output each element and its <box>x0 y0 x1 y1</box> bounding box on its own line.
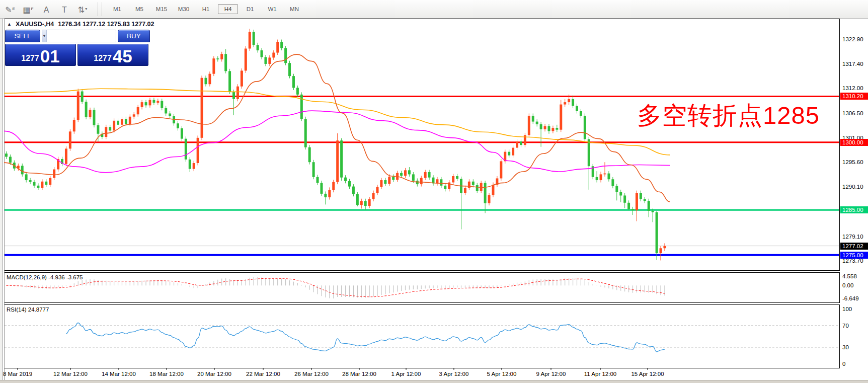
time-axis-label: 1 Apr 12:00 <box>391 371 421 377</box>
collapse-arrow-icon[interactable]: ▲ <box>7 22 12 27</box>
indicators-grid-icon[interactable]: ▦F <box>20 2 36 16</box>
time-axis-label: 5 Apr 12:00 <box>487 371 517 377</box>
price-level-badge: 1310.20 <box>840 93 868 100</box>
time-axis-label: 14 Mar 12:00 <box>102 371 136 377</box>
timeframe-h1-button[interactable]: H1 <box>196 4 216 14</box>
window-bottom-edge <box>0 380 868 383</box>
rsi-axis-tick: 100 <box>842 306 852 312</box>
macd-axis-tick: 4.558 <box>842 273 857 279</box>
macd-axis-tick: 0.00 <box>842 282 853 288</box>
time-axis-label: 15 Apr 12:00 <box>631 371 664 377</box>
chart-title: ▲ XAUUSD-,H4 1276.34 1277.12 1275.83 127… <box>7 21 154 28</box>
toolbar: ✎E▦FAT⇅▾ M1M5M15M30H1H4D1W1MN <box>0 0 868 19</box>
time-axis-label: 18 Mar 12:00 <box>149 371 184 377</box>
price-tick: 1312.00 <box>842 85 863 91</box>
price-axis[interactable]: 1322.901317.401312.001306.501301.001295.… <box>840 19 868 380</box>
timeframe-button-group: M1M5M15M30H1H4D1W1MN <box>106 4 305 14</box>
one-click-trading-panel: SELL ▼ ▲ BUY 1277 01 1277 45 <box>5 30 150 66</box>
text-label-icon[interactable]: T <box>56 2 72 16</box>
price-level-badge: 1275.00 <box>840 252 868 259</box>
volume-decrease-button[interactable]: ▼ <box>42 30 47 42</box>
text-icon[interactable]: A <box>38 2 54 16</box>
volume-input[interactable] <box>47 30 116 42</box>
price-tick: 1306.50 <box>842 110 863 116</box>
price-level-badge: 1277.02 <box>840 243 868 250</box>
time-axis-label: 3 Apr 12:00 <box>439 371 469 377</box>
rsi-axis-tick: 70 <box>842 323 849 329</box>
price-tick: 1295.60 <box>842 159 863 165</box>
timeframe-m15-button[interactable]: M15 <box>151 4 172 14</box>
rsi-panel[interactable] <box>4 304 840 368</box>
time-axis-label: 26 Mar 12:00 <box>294 371 329 377</box>
macd-panel[interactable] <box>4 272 840 303</box>
buy-price-display[interactable]: 1277 45 <box>77 44 148 66</box>
price-tick: 1273.70 <box>842 258 863 264</box>
sell-button[interactable]: SELL <box>5 30 40 42</box>
buy-price-pips: 45 <box>113 48 132 64</box>
time-axis-label: 22 Mar 12:00 <box>246 371 280 377</box>
volume-control: ▼ ▲ <box>42 30 116 42</box>
price-tick: 1279.10 <box>842 234 863 240</box>
rsi-indicator-label: RSI(14) 24.8777 <box>7 307 49 313</box>
buy-price-main: 1277 <box>94 54 112 63</box>
timeframe-w1-button[interactable]: W1 <box>262 4 282 14</box>
sell-price-display[interactable]: 1277 01 <box>5 44 76 66</box>
timeframe-mn-button[interactable]: MN <box>284 4 304 14</box>
price-tick: 1322.90 <box>842 36 863 42</box>
toolbar-separator <box>98 3 102 16</box>
timeframe-h4-button[interactable]: H4 <box>218 4 238 14</box>
price-level-badge: 1300.00 <box>840 139 868 146</box>
price-tick: 1290.10 <box>842 184 863 190</box>
price-tick: 1317.40 <box>842 61 863 67</box>
rsi-axis-tick: 30 <box>842 344 849 350</box>
price-level-badge: 1285.00 <box>840 206 868 213</box>
arrange-symbols-icon[interactable]: ⇅▾ <box>74 2 91 16</box>
rsi-axis-tick: 0 <box>842 361 845 367</box>
time-axis-label: 28 Mar 12:00 <box>342 371 376 377</box>
timeframe-m1-button[interactable]: M1 <box>107 4 127 14</box>
window-left-edge <box>0 18 5 383</box>
time-axis-label: 11 Apr 12:00 <box>584 371 616 377</box>
timeframe-m5-button[interactable]: M5 <box>129 4 149 14</box>
time-axis-label: 9 Apr 12:00 <box>536 371 566 377</box>
sell-price-pips: 01 <box>40 48 60 64</box>
timeframe-m30-button[interactable]: M30 <box>174 4 194 14</box>
symbol-period-label: XAUUSD-,H4 <box>16 21 54 28</box>
chart-text-annotation: 多空转折点1285 <box>637 99 828 132</box>
timeframe-d1-button[interactable]: D1 <box>240 4 260 14</box>
buy-button[interactable]: BUY <box>118 30 150 42</box>
toolbar-icon-group: ✎E▦FAT⇅▾ <box>0 2 91 16</box>
sell-price-main: 1277 <box>21 54 39 63</box>
time-axis-label: 12 Mar 12:00 <box>53 371 88 377</box>
draw-objects-icon[interactable]: ✎E <box>2 2 18 16</box>
time-axis-label: 8 Mar 2019 <box>3 371 32 377</box>
macd-axis-tick: -6.649 <box>842 295 859 301</box>
macd-indicator-label: MACD(12,26,9) -4.936 -3.675 <box>7 274 83 280</box>
time-axis-label: 20 Mar 12:00 <box>197 371 231 377</box>
ohlc-values: 1276.34 1277.12 1275.83 1277.02 <box>58 21 154 28</box>
macd-values: -4.936 -3.675 <box>48 274 83 280</box>
